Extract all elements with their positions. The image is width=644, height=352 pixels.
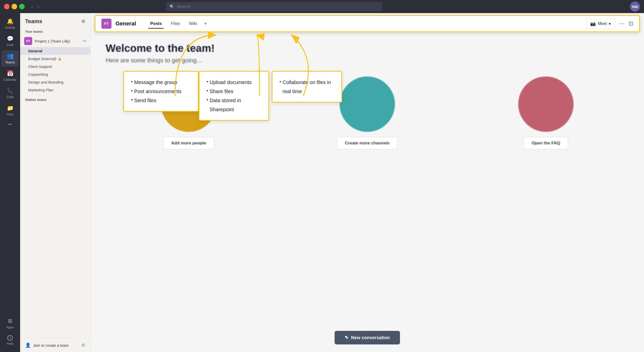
help-icon: ? (7, 335, 13, 341)
sidebar-label-apps: Apps (6, 325, 14, 329)
minimize-button[interactable] (12, 4, 17, 9)
channel-client-support-label: Client Support (28, 64, 52, 69)
card-circle-rose (518, 76, 574, 132)
new-conv-label: New conversation (351, 335, 390, 340)
add-more-people-button[interactable]: Add more people (164, 137, 214, 149)
channel-tabs: Posts Files Wiki + (146, 19, 209, 28)
sidebar-label-calendar: Calendar (4, 78, 17, 82)
welcome-title: Welcome to the team! (106, 42, 629, 54)
team-badge: PT (24, 37, 32, 45)
teams-panel-title: Teams (25, 18, 79, 25)
lock-icon: 🔒 (58, 57, 62, 61)
sidebar-label-files: Files (7, 112, 13, 116)
sidebar-item-apps[interactable]: ⊞ Apps (2, 315, 19, 332)
channel-client-support[interactable]: Client Support (20, 63, 90, 70)
sidebar-label-calls: Calls (7, 95, 14, 99)
sidebar-icons: 🔔 Activity 💬 Chat 👥 Teams 📅 Calendar 📞 C… (0, 13, 20, 352)
meet-dropdown-icon: ▾ (609, 21, 611, 26)
sidebar-item-chat[interactable]: 💬 Chat (2, 33, 19, 49)
main-content: PT General Posts Files Wiki + 📷 Meet ▾ ⋯… (91, 13, 644, 352)
tab-files[interactable]: Files (167, 19, 184, 28)
channel-marketing-plan[interactable]: Marketing Plan (20, 86, 90, 94)
new-conversation-bar: ✎ New conversation (91, 326, 644, 352)
welcome-subtitle: Here are some things to get going... (106, 57, 629, 64)
teams-panel-header: Teams ⚙ (20, 13, 90, 28)
channel-budget-label: Budget (Internal) (28, 57, 56, 61)
close-button[interactable] (4, 4, 10, 9)
card-circle-gold (161, 76, 216, 132)
sidebar-label-activity: Activity (5, 26, 15, 29)
filter-icon[interactable]: ⚙ (81, 19, 85, 24)
sidebar-item-activity[interactable]: 🔔 Activity (2, 16, 19, 32)
back-arrow[interactable]: ‹ (30, 3, 34, 11)
user-avatar[interactable]: NM (630, 2, 640, 12)
channel-general[interactable]: General (20, 47, 90, 55)
title-bar-right: NM (630, 2, 640, 12)
sidebar-label-help: Help (7, 342, 14, 345)
tab-posts[interactable]: Posts (146, 19, 166, 28)
traffic-lights (4, 4, 25, 9)
search-bar[interactable]: 🔍 (166, 2, 382, 11)
channel-budget[interactable]: Budget (Internal) 🔒 (20, 55, 90, 63)
meet-label: Meet (598, 21, 607, 26)
app-body: 🔔 Activity 💬 Chat 👥 Teams 📅 Calendar 📞 C… (0, 13, 644, 352)
nav-arrows: ‹ › (30, 3, 41, 11)
video-icon: 📷 (590, 21, 596, 26)
card-circle-teal (340, 76, 395, 132)
search-input[interactable] (177, 4, 379, 9)
meet-button[interactable]: 📷 Meet ▾ (586, 19, 615, 29)
chat-icon: 💬 (7, 35, 14, 42)
channel-name: General (115, 20, 136, 27)
forward-arrow[interactable]: › (36, 3, 41, 11)
search-icon: 🔍 (170, 4, 175, 9)
team-item-project1[interactable]: PT Project 1 (Team Lilly) ••• (20, 35, 90, 47)
sidebar-label-chat: Chat (7, 43, 13, 47)
settings-icon[interactable]: ⚙ (81, 342, 85, 348)
apps-icon: ⊞ (8, 318, 12, 324)
sidebar-item-calls[interactable]: 📞 Calls (2, 85, 19, 101)
sidebar-item-files[interactable]: 📁 Files (2, 102, 19, 119)
sidebar-item-more[interactable]: ••• (2, 120, 19, 129)
channel-header: PT General Posts Files Wiki + 📷 Meet ▾ ⋯… (95, 15, 640, 32)
team-name: Project 1 (Team Lilly) (35, 39, 80, 43)
teams-panel: Teams ⚙ Your teams PT Project 1 (Team Li… (20, 13, 91, 352)
channel-design-branding-label: Design and Branding (28, 80, 63, 84)
channel-marketing-plan-label: Marketing Plan (28, 88, 53, 92)
sidebar-item-help[interactable]: ? Help (2, 333, 19, 348)
header-right: 📷 Meet ▾ ⋯ ⊡ (586, 19, 633, 29)
teams-icon: 👥 (7, 53, 14, 59)
more-icon: ••• (8, 122, 12, 126)
maximize-button[interactable] (19, 4, 25, 9)
channel-general-label: General (28, 49, 42, 53)
welcome-content: Welcome to the team! Here are some thing… (91, 32, 644, 326)
card-add-people: Add more people (106, 76, 272, 149)
new-conv-icon: ✎ (345, 335, 348, 340)
sidebar-item-calendar[interactable]: 📅 Calendar (2, 68, 19, 84)
sidebar-item-teams[interactable]: 👥 Teams (2, 50, 19, 67)
join-team-footer[interactable]: 👤 Join or create a team ⚙ (20, 338, 90, 352)
cards-row: Add more people Create more channels Ope… (106, 76, 629, 149)
new-conversation-button[interactable]: ✎ New conversation (335, 331, 400, 344)
hidden-teams-label: Hidden teams (20, 94, 90, 103)
calendar-icon: 📅 (7, 70, 14, 77)
header-collapse-icon[interactable]: ⊡ (629, 20, 633, 27)
files-icon: 📁 (7, 105, 14, 111)
header-more-options-icon[interactable]: ⋯ (619, 20, 625, 27)
join-icon: 👤 (25, 342, 31, 348)
open-faq-button[interactable]: Open the FAQ (524, 137, 568, 149)
create-more-channels-button[interactable]: Create more channels (337, 137, 397, 149)
channel-copywriting[interactable]: Copywriting (20, 70, 90, 78)
calls-icon: 📞 (7, 88, 14, 94)
tab-wiki[interactable]: Wiki (185, 19, 201, 28)
card-more-channels: Create more channels (284, 76, 450, 149)
activity-icon: 🔔 (7, 18, 14, 25)
title-bar: ‹ › 🔍 NM (0, 0, 644, 13)
channel-copywriting-label: Copywriting (28, 72, 48, 76)
join-text: Join or create a team (33, 343, 79, 347)
your-teams-label: Your teams (20, 28, 90, 35)
channel-header-badge: PT (101, 19, 111, 29)
channel-design-branding[interactable]: Design and Branding (20, 78, 90, 86)
add-tab-button[interactable]: + (202, 20, 209, 28)
team-expand-icon: ••• (83, 39, 86, 43)
sidebar-label-teams: Teams (5, 60, 15, 64)
